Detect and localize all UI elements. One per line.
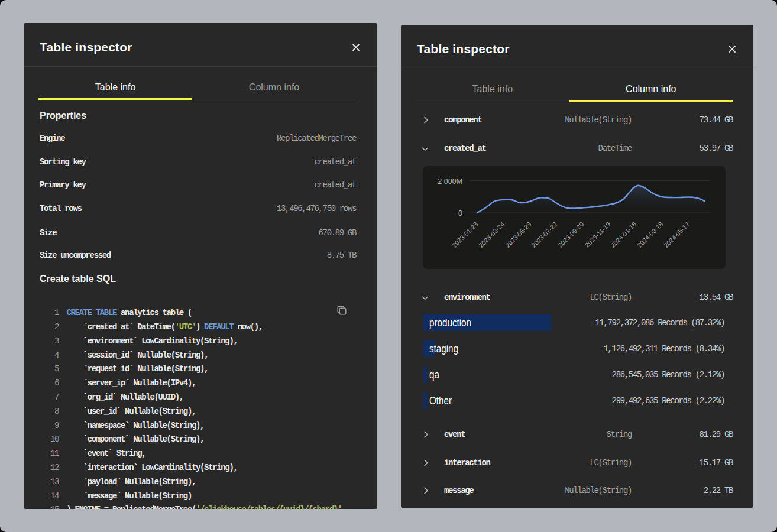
svg-text:2 000M: 2 000M [438,177,462,186]
svg-text:0: 0 [458,209,462,218]
